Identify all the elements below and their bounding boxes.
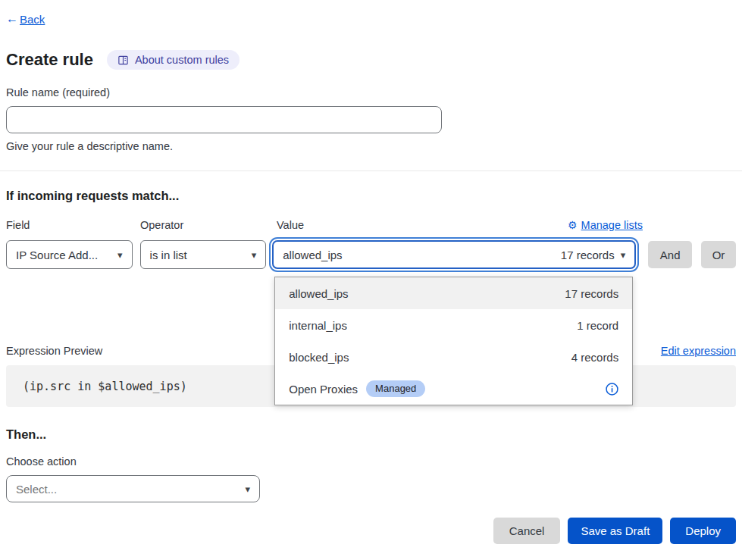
info-icon[interactable] bbox=[606, 383, 618, 396]
about-pill-label: About custom rules bbox=[135, 53, 229, 67]
page-title: Create rule bbox=[6, 50, 93, 70]
value-select-value: allowed_ips bbox=[283, 249, 342, 261]
back-button[interactable]: ←Back bbox=[6, 12, 45, 26]
choose-action-label: Choose action bbox=[6, 455, 736, 468]
or-button[interactable]: Or bbox=[701, 241, 736, 268]
list-dropdown-panel: allowed_ips 17 records internal_ips 1 re… bbox=[274, 277, 633, 405]
operator-select-value: is in list bbox=[150, 249, 187, 261]
edit-expression-link[interactable]: Edit expression bbox=[661, 344, 736, 358]
cancel-button[interactable]: Cancel bbox=[493, 518, 561, 544]
manage-lists-link[interactable]: ⚙ Manage lists bbox=[568, 219, 643, 232]
book-icon bbox=[117, 55, 129, 66]
list-option-blocked-ips[interactable]: blocked_ips 4 records bbox=[275, 341, 632, 373]
back-label: Back bbox=[20, 13, 45, 26]
deploy-button[interactable]: Deploy bbox=[670, 518, 736, 544]
action-select[interactable]: Select... ▾ bbox=[6, 475, 260, 502]
chevron-down-icon: ▾ bbox=[117, 249, 123, 261]
section-divider bbox=[0, 171, 742, 171]
back-arrow-icon: ← bbox=[6, 12, 18, 26]
list-option-name: blocked_ips bbox=[289, 351, 349, 364]
list-option-open-proxies[interactable]: Open Proxies Managed bbox=[275, 373, 632, 405]
about-custom-rules-link[interactable]: About custom rules bbox=[107, 50, 240, 70]
list-option-meta: 17 records bbox=[565, 287, 618, 300]
gear-icon: ⚙ bbox=[568, 219, 578, 232]
rule-name-helper: Give your rule a descriptive name. bbox=[6, 140, 736, 153]
footer-actions: Cancel Save as Draft Deploy bbox=[6, 518, 736, 544]
chevron-down-icon: ▾ bbox=[621, 249, 626, 261]
list-option-name: Open Proxies bbox=[289, 383, 358, 396]
value-select-wrap: allowed_ips 17 records ▾ allowed_ips 17 … bbox=[272, 240, 636, 269]
field-select[interactable]: IP Source Add... ▾ bbox=[6, 240, 133, 269]
list-option-allowed-ips[interactable]: allowed_ips 17 records bbox=[275, 277, 632, 309]
field-label: Field bbox=[6, 219, 140, 232]
then-section-heading: Then... bbox=[6, 427, 736, 442]
save-as-draft-button[interactable]: Save as Draft bbox=[568, 518, 662, 544]
list-option-meta: 4 records bbox=[571, 351, 619, 364]
value-select[interactable]: allowed_ips 17 records ▾ bbox=[272, 240, 636, 269]
manage-lists-label: Manage lists bbox=[581, 219, 643, 232]
expression-preview-label: Expression Preview bbox=[6, 344, 102, 358]
create-rule-page: ←Back Create rule About custom rules Rul… bbox=[0, 0, 742, 544]
list-option-meta: 1 record bbox=[577, 319, 618, 332]
value-select-records: 17 records bbox=[561, 249, 615, 261]
list-option-internal-ips[interactable]: internal_ips 1 record bbox=[275, 309, 632, 341]
chevron-down-icon: ▾ bbox=[252, 249, 257, 261]
chevron-down-icon: ▾ bbox=[245, 483, 250, 495]
operator-label: Operator bbox=[140, 219, 273, 232]
operator-select[interactable]: is in list ▾ bbox=[140, 240, 267, 269]
rule-name-label: Rule name (required) bbox=[6, 86, 736, 99]
managed-badge: Managed bbox=[366, 380, 425, 397]
action-select-placeholder: Select... bbox=[16, 483, 57, 496]
list-option-name: allowed_ips bbox=[289, 287, 348, 300]
title-row: Create rule About custom rules bbox=[6, 50, 736, 70]
list-option-name: internal_ips bbox=[289, 319, 347, 332]
condition-labels-row: Field Operator Value ⚙ Manage lists bbox=[6, 219, 736, 232]
field-select-value: IP Source Add... bbox=[16, 249, 98, 261]
match-section-heading: If incoming requests match... bbox=[6, 188, 736, 203]
value-label: Value bbox=[277, 219, 304, 232]
and-button[interactable]: And bbox=[648, 241, 692, 268]
condition-controls-row: IP Source Add... ▾ is in list ▾ allowed_… bbox=[6, 240, 736, 269]
back-row: ←Back bbox=[6, 12, 736, 26]
expression-code: (ip.src in $allowed_ips) bbox=[23, 380, 187, 393]
rule-name-input[interactable] bbox=[6, 106, 442, 133]
